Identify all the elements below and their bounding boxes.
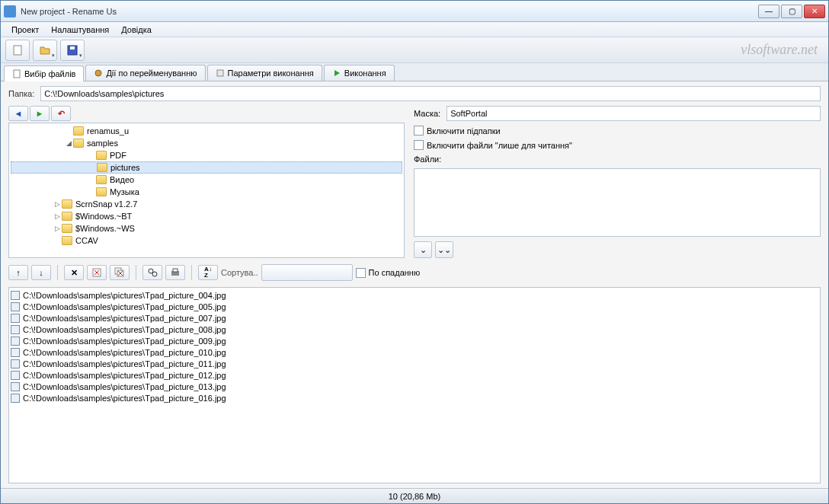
svg-rect-3 (14, 70, 20, 78)
file-row[interactable]: C:\!Downloads\samples\pictures\Tpad_pict… (11, 324, 818, 335)
tab-rename-actions[interactable]: Дії по перейменуванню (85, 65, 205, 81)
tree-node[interactable]: CCAV (11, 234, 402, 247)
brand-text: vlsoftware.net (741, 42, 824, 58)
find-button[interactable] (142, 265, 162, 280)
image-file-icon (11, 394, 20, 403)
file-row[interactable]: C:\!Downloads\samples\pictures\Tpad_pict… (11, 335, 818, 346)
image-file-icon (11, 302, 20, 311)
file-row[interactable]: C:\!Downloads\samples\pictures\Tpad_pict… (11, 358, 818, 369)
minimize-button[interactable]: — (758, 5, 779, 18)
gear-icon (94, 69, 103, 78)
svg-point-10 (152, 272, 157, 276)
file-row[interactable]: C:\!Downloads\samples\pictures\Tpad_pict… (11, 392, 818, 404)
file-row[interactable]: C:\!Downloads\samples\pictures\Tpad_pict… (11, 301, 818, 312)
image-file-icon (11, 314, 20, 323)
close-button[interactable]: ✕ (804, 5, 825, 18)
move-up-button[interactable]: ↑ (8, 265, 28, 280)
folder-icon (73, 139, 84, 148)
file-row[interactable]: C:\!Downloads\samples\pictures\Tpad_pict… (11, 369, 818, 381)
folder-icon (97, 163, 107, 172)
menu-help[interactable]: Довідка (115, 24, 158, 36)
tab-exec-params[interactable]: Параметри виконання (207, 65, 322, 81)
remove-selected-button[interactable] (87, 265, 107, 280)
play-icon (332, 69, 341, 78)
folder-label: Папка: (8, 89, 34, 98)
folder-icon (62, 199, 72, 209)
mask-input[interactable] (447, 106, 821, 121)
tree-node[interactable]: Музыка (11, 186, 402, 198)
save-button[interactable]: ▾ (60, 40, 85, 61)
checkbox-descending[interactable] (356, 268, 366, 278)
file-path: C:\!Downloads\samples\pictures\Tpad_pict… (23, 359, 226, 368)
document-icon (12, 69, 21, 78)
mask-label: Маска: (414, 109, 440, 118)
tree-node[interactable]: PDF (11, 149, 402, 161)
tree-node[interactable]: ▷ScrnSnap v1.2.7 (11, 198, 402, 210)
remove-all-button[interactable] (110, 265, 130, 280)
sort-az-button[interactable]: A↓Z (198, 265, 218, 280)
tree-node[interactable]: Видео (11, 174, 402, 186)
tree-node[interactable]: ▷$Windows.~WS (11, 222, 402, 234)
checkbox-label: По спаданню (369, 268, 421, 277)
list-toolbar: ↑ ↓ ✕ A↓Z Сортува.. По спаданню (8, 263, 821, 282)
tab-execute[interactable]: Виконання (324, 65, 395, 81)
file-list[interactable]: C:\!Downloads\samples\pictures\Tpad_pict… (8, 287, 821, 483)
add-all-button[interactable]: ⌄⌄ (435, 241, 453, 258)
tree-node[interactable]: ◢samples (11, 137, 402, 149)
svg-rect-5 (217, 70, 223, 76)
nav-forward-button[interactable]: ► (30, 106, 50, 121)
file-path: C:\!Downloads\samples\pictures\Tpad_pict… (23, 394, 226, 403)
tab-label: Дії по перейменуванню (106, 69, 197, 78)
maximize-button[interactable]: ▢ (781, 5, 802, 18)
file-row[interactable]: C:\!Downloads\samples\pictures\Tpad_pict… (11, 312, 818, 324)
move-down-button[interactable]: ↓ (31, 265, 51, 280)
file-row[interactable]: C:\!Downloads\samples\pictures\Tpad_pict… (11, 289, 818, 301)
window-controls: — ▢ ✕ (758, 5, 825, 18)
tree-node[interactable]: ▷$Windows.~BT (11, 210, 402, 222)
open-button[interactable]: ▾ (33, 40, 57, 61)
svg-point-4 (95, 70, 101, 76)
folder-icon (62, 236, 72, 245)
checkbox-subfolders[interactable] (414, 126, 424, 136)
image-file-icon (11, 382, 20, 391)
add-files-buttons: ⌄ ⌄⌄ (414, 241, 821, 258)
tab-label: Виконання (344, 69, 386, 78)
titlebar: New project - Rename Us — ▢ ✕ (1, 1, 828, 22)
sort-combo[interactable] (261, 264, 353, 281)
tree-node[interactable]: renamus_u (11, 125, 402, 137)
mask-pane: Маска: Включити підпапки Включити файли … (414, 106, 821, 258)
tab-file-selection[interactable]: Вибір файлів (4, 65, 84, 81)
menubar: Проект Налаштування Довідка (1, 22, 828, 37)
nav-back-button[interactable]: ◄ (8, 106, 28, 121)
file-path: C:\!Downloads\samples\pictures\Tpad_pict… (23, 382, 226, 391)
print-button[interactable] (165, 265, 185, 280)
folder-path-input[interactable] (40, 86, 821, 101)
folder-icon (62, 224, 72, 233)
delete-button[interactable]: ✕ (64, 265, 84, 280)
svg-rect-0 (14, 46, 21, 55)
menu-settings[interactable]: Налаштування (45, 24, 115, 36)
include-subfolders-row[interactable]: Включити підпапки (414, 126, 821, 136)
folder-tree[interactable]: renamus_u ◢samples PDF pictures Видео Му… (8, 123, 405, 258)
svg-rect-12 (173, 269, 178, 272)
mask-row: Маска: (414, 106, 821, 121)
include-readonly-row[interactable]: Включити файли "лише для читання" (414, 140, 821, 150)
nav-undo-button[interactable]: ↶ (51, 106, 71, 121)
file-path: C:\!Downloads\samples\pictures\Tpad_pict… (23, 314, 226, 323)
app-icon (4, 5, 16, 18)
tree-node-selected[interactable]: pictures (11, 161, 402, 174)
descending-row[interactable]: По спаданню (356, 268, 421, 278)
settings-icon (216, 69, 225, 78)
tab-label: Вибір файлів (24, 69, 75, 78)
menu-project[interactable]: Проект (5, 24, 45, 36)
file-path: C:\!Downloads\samples\pictures\Tpad_pict… (23, 325, 226, 334)
add-single-button[interactable]: ⌄ (414, 241, 432, 258)
file-row[interactable]: C:\!Downloads\samples\pictures\Tpad_pict… (11, 346, 818, 358)
file-row[interactable]: C:\!Downloads\samples\pictures\Tpad_pict… (11, 381, 818, 392)
new-button[interactable] (5, 40, 30, 61)
checkbox-readonly[interactable] (414, 140, 424, 150)
middle-section: ◄ ► ↶ renamus_u ◢samples PDF pictures Ви… (8, 106, 821, 258)
image-file-icon (11, 371, 20, 380)
tree-nav-buttons: ◄ ► ↶ (8, 106, 405, 121)
mask-files-box[interactable] (414, 168, 821, 237)
